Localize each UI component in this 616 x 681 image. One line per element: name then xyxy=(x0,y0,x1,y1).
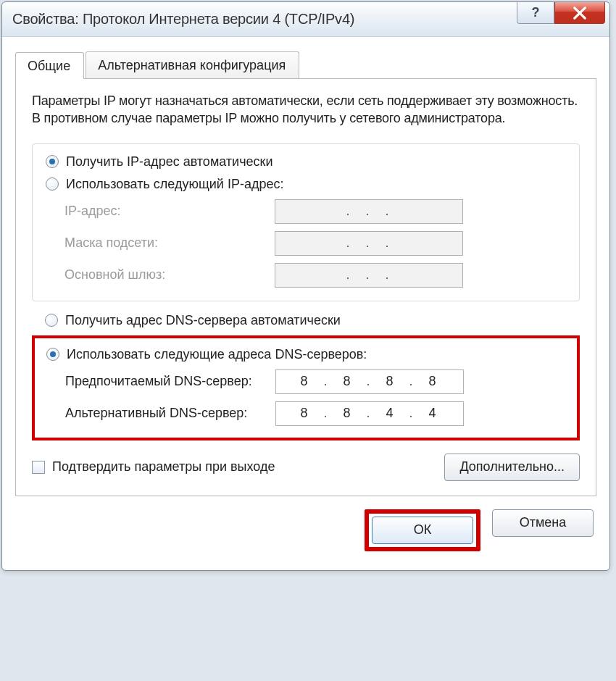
advanced-button[interactable]: Дополнительно... xyxy=(444,454,580,481)
gateway-input: ... xyxy=(275,263,463,288)
ok-button[interactable]: ОК xyxy=(372,517,473,544)
radio-dns-auto[interactable]: Получить адрес DNS-сервера автоматически xyxy=(45,313,580,328)
radio-icon xyxy=(45,314,58,327)
dns-alternate-input[interactable]: 8. 8. 4. 4 xyxy=(275,401,464,426)
octet: 8 xyxy=(343,374,353,389)
dns-preferred-label: Предпочитаемый DNS-сервер: xyxy=(65,374,275,389)
client-area: Общие Альтернативная конфигурация Параме… xyxy=(2,37,609,570)
radio-ip-auto-label: Получить IP-адрес автоматически xyxy=(66,154,273,170)
radio-icon xyxy=(46,177,59,191)
gateway-label: Основной шлюз: xyxy=(64,267,275,283)
ip-address-label: IP-адрес: xyxy=(64,204,275,219)
window-buttons: ? xyxy=(517,2,609,24)
octet: 8 xyxy=(300,406,310,421)
ip-group: Получить IP-адрес автоматически Использо… xyxy=(32,143,580,301)
radio-ip-manual-label: Использовать следующий IP-адрес: xyxy=(66,177,283,192)
octet: 8 xyxy=(343,406,353,421)
close-icon xyxy=(573,7,586,20)
radio-icon xyxy=(46,348,59,361)
tab-alt-config[interactable]: Альтернативная конфигурация xyxy=(86,51,299,78)
help-button[interactable]: ? xyxy=(517,2,554,24)
dns-alternate-label: Альтернативный DNS-сервер: xyxy=(65,406,275,421)
bottom-row: Подтвердить параметры при выходе Дополни… xyxy=(32,454,580,481)
dialog-window: Свойства: Протокол Интернета версии 4 (T… xyxy=(1,1,610,571)
subnet-mask-input: ... xyxy=(275,231,463,256)
dialog-footer: ОК Отмена xyxy=(15,496,596,553)
dns-preferred-input[interactable]: 8. 8. 8. 8 xyxy=(275,369,464,394)
close-button[interactable] xyxy=(554,2,605,24)
octet: 4 xyxy=(429,406,439,421)
field-dns-alternate: Альтернативный DNS-сервер: 8. 8. 4. 4 xyxy=(65,401,565,426)
field-dns-preferred: Предпочитаемый DNS-сервер: 8. 8. 8. 8 xyxy=(65,369,565,394)
radio-dns-manual[interactable]: Использовать следующие адреса DNS-сервер… xyxy=(46,347,565,362)
subnet-mask-label: Маска подсети: xyxy=(64,235,275,251)
radio-dns-auto-label: Получить адрес DNS-сервера автоматически xyxy=(65,313,341,328)
radio-ip-auto[interactable]: Получить IP-адрес автоматически xyxy=(46,154,566,170)
tab-page-general: Параметры IP могут назначаться автоматич… xyxy=(15,79,596,496)
titlebar: Свойства: Протокол Интернета версии 4 (T… xyxy=(2,2,609,37)
window-title: Свойства: Протокол Интернета версии 4 (T… xyxy=(12,11,354,28)
ok-highlight: ОК xyxy=(365,509,480,551)
radio-ip-manual[interactable]: Использовать следующий IP-адрес: xyxy=(46,177,566,192)
cancel-button[interactable]: Отмена xyxy=(492,509,594,537)
field-ip-address: IP-адрес: ... xyxy=(64,199,566,224)
octet: 8 xyxy=(386,374,396,389)
tab-general[interactable]: Общие xyxy=(15,52,84,79)
validate-label: Подтвердить параметры при выходе xyxy=(52,459,275,475)
octet: 8 xyxy=(300,374,310,389)
dns-manual-block: Использовать следующие адреса DNS-сервер… xyxy=(32,335,580,440)
validate-checkbox-row[interactable]: Подтвердить параметры при выходе xyxy=(32,459,275,475)
ip-address-input: ... xyxy=(275,199,463,224)
octet: 8 xyxy=(429,374,439,389)
radio-dns-manual-label: Использовать следующие адреса DNS-сервер… xyxy=(67,347,367,362)
field-subnet-mask: Маска подсети: ... xyxy=(64,231,566,256)
field-gateway: Основной шлюз: ... xyxy=(64,263,566,288)
intro-text: Параметры IP могут назначаться автоматич… xyxy=(32,92,580,128)
octet: 4 xyxy=(386,406,396,421)
tabstrip: Общие Альтернативная конфигурация xyxy=(15,51,596,79)
radio-icon xyxy=(46,155,59,168)
checkbox-icon xyxy=(32,461,45,474)
